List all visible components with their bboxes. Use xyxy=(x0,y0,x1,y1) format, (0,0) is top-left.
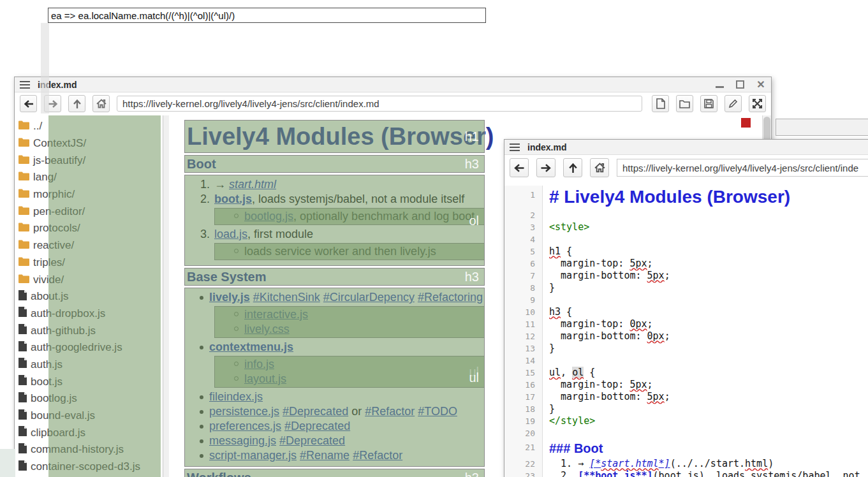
link-bootlog-js[interactable]: bootlog.js xyxy=(244,210,293,223)
window1-titlebar[interactable]: index.md ✕ xyxy=(15,77,771,92)
expand-button[interactable] xyxy=(749,95,766,112)
link-contextmenu-js[interactable]: contextmenu.js xyxy=(209,340,293,355)
save-button[interactable] xyxy=(700,95,717,112)
file-list-item-clipboard-js[interactable]: clipboard.js xyxy=(18,424,163,441)
code-line-5[interactable]: 5h1 { xyxy=(504,246,868,258)
file-list-item-morphic[interactable]: morphic/ xyxy=(18,186,163,203)
minimize-button[interactable] xyxy=(715,80,725,89)
link-tag-deprecated[interactable]: #Deprecated xyxy=(284,420,350,432)
code-line-15[interactable]: 15ul, ol { xyxy=(504,367,868,379)
element-filter-expression-input[interactable] xyxy=(48,8,486,23)
link-tag-rename[interactable]: #Rename xyxy=(300,449,349,462)
file-list-item-auth-dropbox-js[interactable]: auth-dropbox.js xyxy=(18,305,163,323)
url-input-window2[interactable] xyxy=(617,159,868,177)
link-tag-circulardepency[interactable]: #CircularDepency xyxy=(323,291,415,304)
file-list: ../ContextJS/js-beautify/lang/morphic/pe… xyxy=(15,115,163,477)
code-line-17[interactable]: 17 margin-bottom: 5px; xyxy=(504,391,868,403)
file-list-item-pen-editor[interactable]: pen-editor/ xyxy=(18,203,163,220)
forward-button[interactable] xyxy=(536,158,555,177)
file-list-item-auth-js[interactable]: auth.js xyxy=(18,356,163,374)
code-editor[interactable]: 1# Lively4 Modules (Browser)2 3<style>4 … xyxy=(504,180,868,477)
new-file-button[interactable] xyxy=(652,95,669,112)
code-line-9[interactable]: 9 xyxy=(504,294,868,306)
sidebar-scrollbar[interactable] xyxy=(163,115,169,477)
link-lively-css[interactable]: lively.css xyxy=(244,322,290,337)
forward-button[interactable] xyxy=(44,95,61,112)
link-persistence-js[interactable]: persistence.js xyxy=(209,405,279,418)
back-button[interactable] xyxy=(510,158,529,177)
file-list-item-container-scoped-d3-js[interactable]: container-scoped-d3.js xyxy=(18,459,163,476)
background-corner-fragment xyxy=(0,449,15,477)
file-list-item-auth-github-js[interactable]: auth-github.js xyxy=(18,322,163,339)
link-tag-refactoring[interactable]: #Refactoring xyxy=(418,291,483,304)
link-boot-js[interactable]: boot.js xyxy=(214,193,252,205)
home-button[interactable] xyxy=(590,158,609,177)
menu-icon[interactable] xyxy=(510,143,520,151)
code-line-20[interactable]: 20 xyxy=(504,427,868,439)
file-list-item-bound-eval-js[interactable]: bound-eval.js xyxy=(18,407,163,425)
file-list-item-boot-js[interactable]: boot.js xyxy=(18,373,163,390)
code-line-8[interactable]: 8} xyxy=(504,282,868,294)
url-input-window1[interactable] xyxy=(117,96,642,112)
file-list-item-command-history-js[interactable]: command-history.js xyxy=(18,441,163,459)
file-list-item-auth-googledrive-js[interactable]: auth-googledrive.js xyxy=(18,339,163,356)
line-number: 6 xyxy=(504,258,543,270)
link-script-manager-js[interactable]: script-manager.js xyxy=(209,449,297,462)
link-messaging-js[interactable]: messaging.js xyxy=(209,434,276,447)
menu-icon[interactable] xyxy=(20,81,30,89)
link-tag-deprecated[interactable]: #Deprecated xyxy=(283,405,348,418)
code-line-10[interactable]: 10h3 { xyxy=(504,306,868,318)
file-list-item-[interactable]: ../ xyxy=(18,118,163,135)
file-list-item-protocols[interactable]: protocols/ xyxy=(18,220,163,237)
code-line-11[interactable]: 11 margin-top: 0px; xyxy=(504,318,868,330)
link-info-js[interactable]: info.js xyxy=(244,357,274,372)
file-list-item-ContextJS[interactable]: ContextJS/ xyxy=(18,135,163,152)
open-folder-button[interactable] xyxy=(676,95,693,112)
link-load-js[interactable]: load.js xyxy=(214,228,247,240)
link-tag-deprecated[interactable]: #Deprecated xyxy=(279,434,345,447)
maximize-button[interactable] xyxy=(735,80,746,89)
file-list-item-bootlog-js[interactable]: bootlog.js xyxy=(18,390,163,407)
file-list-item-about-js[interactable]: about.js xyxy=(18,288,163,305)
md-ordered-list: 1.→ start.html 2.boot.js, loads systemjs… xyxy=(184,175,485,266)
link-interactive-js[interactable]: interactive.js xyxy=(244,307,308,322)
code-line-2[interactable]: 2 xyxy=(504,209,868,221)
code-line-21[interactable]: 21### Boot xyxy=(504,439,868,458)
link-lively-js[interactable]: lively.js xyxy=(209,291,250,304)
file-list-item-js-beautify[interactable]: js-beautify/ xyxy=(18,152,163,169)
link-layout-js[interactable]: layout.js xyxy=(244,372,286,386)
code-line-16[interactable]: 16 margin-top: 5px; xyxy=(504,379,868,391)
code-line-6[interactable]: 6 margin-top: 5px; xyxy=(504,258,868,270)
line-number: 23 xyxy=(504,470,543,477)
file-list-item-triples[interactable]: triples/ xyxy=(18,254,163,272)
file-list-item-reactive[interactable]: reactive/ xyxy=(18,237,163,254)
file-list-item-vivide[interactable]: vivide/ xyxy=(18,271,163,288)
link-fileindex-js[interactable]: fileindex.js xyxy=(209,390,263,404)
close-button[interactable]: ✕ xyxy=(756,80,766,89)
code-line-4[interactable]: 4 xyxy=(504,233,868,246)
up-button[interactable] xyxy=(68,95,85,112)
code-line-7[interactable]: 7 margin-bottom: 5px; xyxy=(504,270,868,282)
up-button[interactable] xyxy=(563,158,582,177)
code-line-12[interactable]: 12 margin-bottom: 0px; xyxy=(504,330,868,342)
line-number: 22 xyxy=(504,458,543,470)
code-line-19[interactable]: 19</style> xyxy=(504,415,868,427)
link-tag-kitchensink[interactable]: #KitchenSink xyxy=(253,291,320,304)
back-button[interactable] xyxy=(20,95,37,112)
code-line-1[interactable]: 1# Lively4 Modules (Browser) xyxy=(504,186,868,209)
code-line-18[interactable]: 18} xyxy=(504,403,868,415)
link-start-html[interactable]: start.html xyxy=(229,178,276,191)
link-tag-refactor[interactable]: #Refactor xyxy=(365,405,415,418)
code-line-14[interactable]: 14 xyxy=(504,355,868,367)
link-tag-todo[interactable]: #TODO xyxy=(418,405,457,418)
file-list-item-lang[interactable]: lang/ xyxy=(18,169,163,186)
code-line-13[interactable]: 13} xyxy=(504,342,868,355)
home-button[interactable] xyxy=(92,95,110,112)
code-line-3[interactable]: 3<style> xyxy=(504,221,868,233)
edit-button[interactable] xyxy=(725,95,742,112)
window2-titlebar[interactable]: index.md xyxy=(504,140,868,155)
code-line-22[interactable]: 22 1. → [*start.html*](../../start.html) xyxy=(504,458,868,470)
code-line-23[interactable]: 23 2. [**boot.js**](boot.js), loads syst… xyxy=(504,470,868,477)
link-tag-refactor[interactable]: #Refactor xyxy=(353,449,402,462)
link-preferences-js[interactable]: preferences.js xyxy=(209,420,281,432)
